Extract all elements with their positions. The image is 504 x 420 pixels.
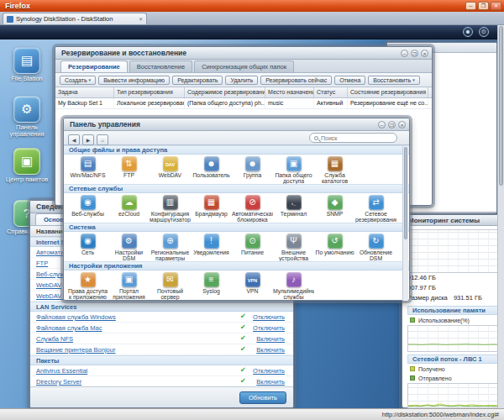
column-header-4[interactable]: Статус [314, 87, 348, 97]
service-name-link[interactable]: FTP [36, 260, 48, 267]
toolbar-button-1[interactable]: Вывести информацию [98, 76, 170, 85]
browser-scrollbar[interactable] [497, 25, 504, 408]
close-button[interactable]: ✕ [398, 121, 406, 129]
control-panel-item[interactable]: ▣Папка общего доступа [273, 155, 314, 184]
service-action-link[interactable]: Отключить [253, 324, 285, 332]
control-panel-item[interactable]: ↺По умолчанию [314, 233, 355, 261]
toolbar-button-3[interactable]: Удалить [225, 76, 258, 85]
toolbar-button-2[interactable]: Редактировать [172, 76, 223, 85]
control-panel-item[interactable]: ▦Брандмауэр [191, 194, 232, 223]
control-panel-window-controls: ─❐✕ [378, 121, 406, 129]
backup-tab-2[interactable]: Синхронизация общих папок [194, 60, 294, 72]
control-panel-item[interactable]: ★Права доступа к приложению [67, 271, 108, 300]
toolbar-button-0[interactable]: Создать▾ [60, 76, 96, 85]
toolbar-button-4[interactable]: Резервировать сейчас [260, 76, 332, 85]
power-icon[interactable]: ⊙ [479, 27, 489, 37]
maximize-button[interactable]: ❐ [411, 50, 418, 57]
control-panel-item[interactable]: !Уведомления [191, 233, 232, 261]
control-panel-item[interactable]: ◉Веб-службы [67, 194, 108, 223]
control-panel-item[interactable]: ⇅FTP [108, 155, 150, 184]
control-panel-item[interactable]: ⊕Региональные параметры [150, 233, 191, 261]
service-action-link[interactable]: Включить [256, 346, 285, 354]
control-panel-item[interactable]: ⊙Питание [232, 233, 273, 261]
window-minimize-button[interactable]: ─ [465, 2, 476, 10]
memory-legend-label: Использование(%) [418, 318, 470, 323]
home-button[interactable]: ⌂ [97, 134, 108, 145]
user-icon[interactable]: ☻ [463, 27, 473, 37]
backup-window-title: Резервирование и восстановление [55, 49, 186, 57]
minimize-button[interactable]: ─ [378, 121, 386, 129]
column-header-3[interactable]: Место назначения [265, 87, 314, 97]
control-panel-item[interactable]: ΨВнешние устройства [273, 233, 314, 261]
desktop-icon-package-center[interactable]: ▣Центр пакетов [5, 148, 49, 183]
window-close-button[interactable]: ✕ [491, 2, 501, 10]
backup-tab-1[interactable]: Восстановление [129, 60, 192, 72]
memory-legend: Использование(%) [407, 316, 497, 324]
control-panel-item[interactable]: DAVWebDAV [150, 155, 191, 184]
control-panel-item[interactable]: ◉Сеть [67, 233, 108, 261]
control-panel-item[interactable]: ☁ezCloud [108, 194, 150, 223]
control-panel-item[interactable]: ▦Служба каталогов [314, 155, 355, 184]
control-panel-item[interactable]: ≡Syslog [191, 271, 232, 300]
app-icon: ✉ [163, 272, 178, 287]
browser-tab[interactable]: Synology DiskStation - DiskStation ✕ [3, 13, 147, 24]
control-panel-item[interactable]: ♪Мультимедийные службы [273, 271, 314, 300]
desktop-icon-control-panel[interactable]: ⚙Панель управления [5, 96, 49, 138]
refresh-button[interactable]: Обновить [239, 391, 286, 404]
control-panel-item[interactable]: ⇄Сетевое резервирование [355, 194, 396, 223]
tab-favicon-icon [7, 16, 13, 23]
service-action-link[interactable]: Отключить [253, 367, 285, 375]
service-action-link[interactable]: Отключить [253, 313, 285, 321]
control-panel-item[interactable]: ⚙Настройки DSM [108, 233, 150, 261]
desktop-icon-file-station[interactable]: ▤File Station [5, 47, 49, 82]
back-button[interactable]: ◀ [68, 134, 80, 145]
control-panel-item[interactable]: ☻Группа [232, 155, 273, 184]
dropdown-arrow-icon: ▾ [412, 77, 415, 82]
tab-close-icon[interactable]: ✕ [139, 16, 143, 22]
control-panel-scrollbar[interactable] [402, 146, 408, 301]
service-name-link[interactable]: Файловая служба Mac [36, 324, 102, 332]
control-panel-item[interactable]: ▥Конфигурация маршрутизатора [150, 194, 191, 223]
toolbar-button-6[interactable]: Восстановить▾ [368, 76, 419, 85]
window-maximize-button[interactable]: ❐ [478, 2, 489, 10]
minimize-button[interactable]: ─ [401, 50, 408, 57]
control-panel-item[interactable]: ☻Пользователь [191, 155, 232, 184]
backup-tab-0[interactable]: Резервирование [60, 60, 128, 72]
control-panel-item[interactable]: ›_Терминал [273, 194, 314, 223]
service-name-link[interactable]: Antivirus Essential [36, 367, 87, 375]
dsm-page: ☻⊙ ▤File Station⚙Панель управления▣Центр… [0, 25, 497, 408]
control-panel-item[interactable]: ↻Обновление DSM [355, 233, 396, 261]
control-panel-item[interactable]: ✉Почтовый сервер [150, 271, 191, 300]
app-icon: ⊘ [245, 195, 260, 210]
firefox-app-button[interactable]: Firefox [0, 2, 30, 10]
control-panel-item[interactable]: ⊘Автоматическая блокировка [232, 194, 273, 223]
app-icon: ⚙ [122, 234, 137, 249]
column-header-5[interactable]: Состояние резервирования [348, 87, 428, 97]
control-panel-item[interactable]: ▤Win/Mac/NFS [67, 155, 108, 184]
control-panel-item[interactable]: ◆SNMP [314, 194, 355, 223]
service-action-link[interactable]: Включить [256, 335, 285, 343]
app-icon: ◉ [81, 234, 96, 249]
volume-value: 907.97 ГБ [407, 283, 497, 293]
column-header-2[interactable]: Содержимое резервирования [185, 87, 265, 97]
forward-button[interactable]: ▶ [82, 134, 94, 145]
service-action-link[interactable]: Включить [256, 378, 285, 386]
toolbar-button-5[interactable]: Отмена [334, 76, 365, 85]
service-name-link[interactable]: Служба NFS [36, 335, 73, 343]
control-panel-item[interactable]: ▣Портал приложения [108, 271, 150, 300]
service-name-link[interactable]: Вещание принтера Bonjour [36, 346, 115, 354]
search-icon [314, 136, 318, 140]
item-label: Группа [232, 172, 273, 184]
control-panel-item[interactable]: VPNVPN [232, 271, 273, 300]
close-button[interactable]: ✕ [421, 50, 428, 57]
maximize-button[interactable]: ❐ [388, 121, 396, 129]
column-header-0[interactable]: Задача [55, 87, 114, 97]
table-row[interactable]: My Backup Set 1Локальное резервирование(… [55, 98, 432, 109]
service-name-link[interactable]: Directory Server [36, 378, 81, 386]
service-group-header: LAN Services [30, 302, 293, 312]
service-name-link[interactable]: Файловая служба Windows [36, 313, 116, 321]
service-name-link[interactable]: WebDAV [36, 281, 61, 289]
search-input[interactable] [321, 135, 397, 141]
column-header-1[interactable]: Тип резервирования [114, 87, 185, 97]
item-label: Обновление DSM [355, 249, 396, 261]
